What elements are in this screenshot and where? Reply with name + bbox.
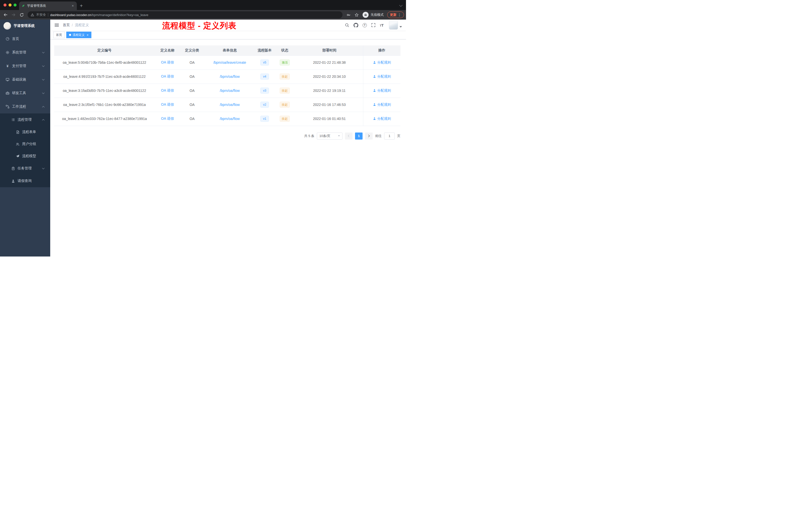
sidebar-item-infrastructure[interactable]: 基础设施 [0,73,50,86]
browser-update-button[interactable]: 更新 ⋮ [387,11,404,18]
deploy-time: 2022-01-16 17:46:53 [296,98,363,112]
definition-category: OA [180,98,204,112]
window-minimize-button[interactable] [8,3,11,6]
table-row: oa_leave:1:482ec033-762a-11ec-8477-a2380… [54,112,401,126]
font-size-icon[interactable]: TT [380,23,384,27]
chevron-down-icon [42,92,45,94]
window-close-button[interactable] [3,3,6,6]
incognito-icon [362,12,369,18]
tag-process-definition[interactable]: 流程定义 × [66,32,91,38]
chevron-up-icon [42,106,45,109]
sidebar-item-workflow[interactable]: 工作流程 [0,100,50,114]
fullscreen-icon[interactable] [371,23,376,27]
sidebar-item-process-management[interactable]: 流程管理 [0,114,50,126]
form-info-link[interactable]: /bpm/oa/flow [220,117,239,121]
sidebar-item-system[interactable]: 系统管理 [0,46,50,59]
user-menu[interactable] [389,21,402,30]
breadcrumb-current: 流程定义 [75,23,89,27]
github-icon[interactable] [353,23,358,28]
users-icon [16,142,20,146]
workflow-submenu: 流程管理 流程表单 用户分组 流程模型 [0,114,50,187]
sidebar-item-dev-tools[interactable]: 研发工具 [0,86,50,100]
definition-name-link[interactable]: OA 请假 [161,74,174,78]
form-info-link[interactable]: /bpm/oa/flow [220,89,239,93]
password-key-icon[interactable] [345,11,352,18]
sidebar-item-user-groups[interactable]: 用户分组 [0,138,50,150]
definition-id: oa_leave:4:991f2193-7b7f-11ec-a3c8-acde4… [54,69,155,84]
assign-rule-link[interactable]: 分配规则 [373,88,391,93]
page-size-select[interactable]: 10条/页 [317,132,343,140]
logo-image [3,22,11,30]
sidebar-item-home[interactable]: 首页 [0,32,50,46]
bookmark-star-icon[interactable] [353,11,360,18]
help-question-icon[interactable]: ? [362,23,367,27]
assign-rule-link[interactable]: 分配规则 [373,60,391,65]
browser-tab[interactable]: 芋道管理系统 × [19,1,77,10]
tag-close-icon[interactable]: × [87,33,89,37]
assign-rule-link[interactable]: 分配规则 [373,117,391,121]
deploy-time: 2022-01-22 21:48:38 [296,56,363,69]
next-page-button[interactable] [365,132,373,140]
breadcrumb-home-link[interactable]: 首页 [63,23,70,27]
chevron-down-icon [42,51,45,54]
definition-category: OA [180,112,204,126]
sidebar-item-task-management[interactable]: 任务管理 [0,162,50,175]
browser-menu-icon[interactable]: ⋮ [398,13,401,17]
sidebar-item-process-models[interactable]: 流程模型 [0,150,50,162]
column-header: 定义分类 [180,46,204,56]
goto-label: 前往 [375,134,382,138]
reload-button[interactable] [18,11,25,18]
pagination-total: 共 5 条 [304,134,314,138]
status-badge: 挂起 [280,102,290,108]
tab-close-icon[interactable]: × [71,4,74,8]
sidebar-toggle-icon[interactable] [54,23,59,28]
tab-search-chevron-icon[interactable] [399,3,403,7]
person-icon [373,117,376,120]
definition-name-link[interactable]: OA 请假 [161,102,174,107]
assign-rule-link[interactable]: 分配规则 [373,74,391,79]
tags-view: 首页 流程定义 × [50,31,406,39]
version-badge: v5 [260,59,269,66]
address-bar[interactable]: 不安全 dashboard.yudao.iocoder.cn/bpm/manag… [28,11,343,18]
page-number-button[interactable]: 1 [355,132,362,140]
navbar-actions: ? TT [345,21,402,30]
window-zoom-button[interactable] [13,3,17,6]
form-info-link[interactable]: /bpm/oa/leave/create [213,60,246,64]
definition-name-link[interactable]: OA 请假 [161,117,174,120]
breadcrumb: 首页 / 流程定义 [63,23,89,27]
toolbox-icon [5,91,9,95]
assign-rule-link[interactable]: 分配规则 [373,102,391,107]
window-controls [3,3,17,6]
definition-category: OA [180,56,204,69]
browser-tab-strip: 芋道管理系统 × + [0,0,406,10]
sidebar-item-payment[interactable]: ¥ 支付管理 [0,59,50,73]
chevron-down-icon [42,78,45,81]
goto-page-input[interactable] [384,132,395,140]
definition-name-link[interactable]: OA 请假 [161,60,174,64]
avatar[interactable] [389,21,398,30]
status-badge: 激活 [280,59,290,66]
page-annotation-title: 流程模型 - 定义列表 [162,20,236,31]
sidebar-logo[interactable]: 芋道管理系统 [0,20,50,32]
new-tab-button[interactable]: + [80,1,83,10]
column-header: 流程版本 [256,46,274,56]
forward-button[interactable] [10,11,17,18]
definition-category: OA [180,84,204,98]
version-badge: v4 [260,73,269,80]
prev-page-button[interactable] [345,132,352,140]
incognito-profile-chip[interactable]: 无痕模式 [362,12,384,18]
sidebar-item-process-forms[interactable]: 流程表单 [0,126,50,138]
back-button[interactable] [2,11,9,18]
status-badge: 挂起 [280,116,290,122]
tag-home[interactable]: 首页 [53,32,65,38]
form-info-link[interactable]: /bpm/oa/flow [220,74,239,79]
sidebar-item-leave-query[interactable]: 请假查询 [0,175,50,187]
goto-unit: 页 [397,134,401,138]
search-icon[interactable] [345,23,349,27]
list-icon [11,118,15,122]
yen-icon: ¥ [5,64,9,68]
form-info-link[interactable]: /bpm/oa/flow [220,103,239,107]
person-icon [373,103,376,106]
pagination: 共 5 条 10条/页 1 前往 页 [54,132,401,140]
definition-name-link[interactable]: OA 请假 [161,88,174,92]
